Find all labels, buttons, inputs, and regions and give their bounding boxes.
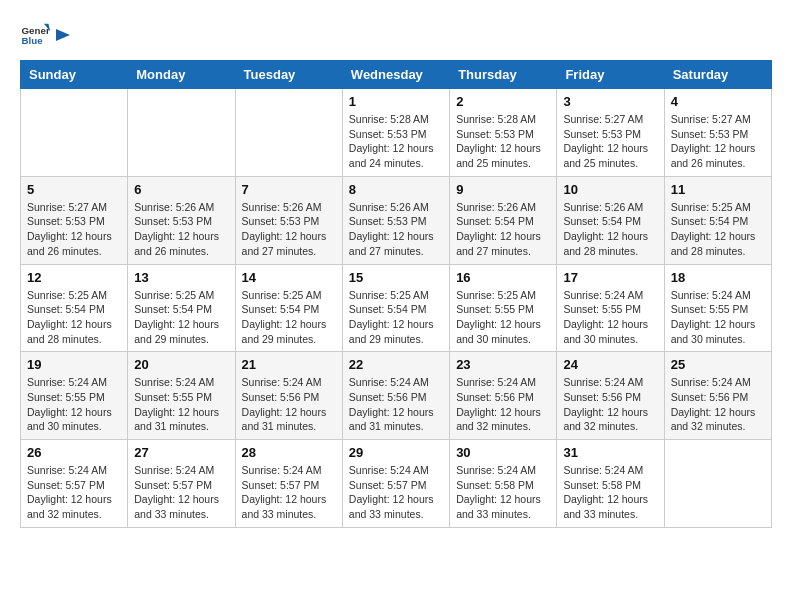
calendar-cell: 2Sunrise: 5:28 AMSunset: 5:53 PMDaylight… [450, 89, 557, 177]
calendar-cell: 7Sunrise: 5:26 AMSunset: 5:53 PMDaylight… [235, 176, 342, 264]
weekday-header: Wednesday [342, 61, 449, 89]
calendar-cell: 1Sunrise: 5:28 AMSunset: 5:53 PMDaylight… [342, 89, 449, 177]
calendar-cell: 10Sunrise: 5:26 AMSunset: 5:54 PMDayligh… [557, 176, 664, 264]
day-number: 5 [27, 182, 121, 197]
day-number: 25 [671, 357, 765, 372]
day-info: Sunrise: 5:27 AMSunset: 5:53 PMDaylight:… [27, 200, 121, 259]
calendar-cell: 4Sunrise: 5:27 AMSunset: 5:53 PMDaylight… [664, 89, 771, 177]
day-number: 14 [242, 270, 336, 285]
day-info: Sunrise: 5:25 AMSunset: 5:55 PMDaylight:… [456, 288, 550, 347]
day-number: 21 [242, 357, 336, 372]
day-number: 9 [456, 182, 550, 197]
calendar-cell: 8Sunrise: 5:26 AMSunset: 5:53 PMDaylight… [342, 176, 449, 264]
calendar-cell: 12Sunrise: 5:25 AMSunset: 5:54 PMDayligh… [21, 264, 128, 352]
day-info: Sunrise: 5:24 AMSunset: 5:58 PMDaylight:… [563, 463, 657, 522]
day-number: 26 [27, 445, 121, 460]
calendar-header-row: SundayMondayTuesdayWednesdayThursdayFrid… [21, 61, 772, 89]
day-number: 20 [134, 357, 228, 372]
day-info: Sunrise: 5:24 AMSunset: 5:57 PMDaylight:… [349, 463, 443, 522]
svg-marker-3 [56, 29, 70, 41]
day-number: 27 [134, 445, 228, 460]
calendar-cell: 18Sunrise: 5:24 AMSunset: 5:55 PMDayligh… [664, 264, 771, 352]
day-number: 22 [349, 357, 443, 372]
logo: General Blue [20, 20, 72, 50]
day-number: 31 [563, 445, 657, 460]
day-number: 11 [671, 182, 765, 197]
day-info: Sunrise: 5:25 AMSunset: 5:54 PMDaylight:… [671, 200, 765, 259]
day-info: Sunrise: 5:26 AMSunset: 5:54 PMDaylight:… [563, 200, 657, 259]
svg-text:Blue: Blue [22, 35, 44, 46]
day-info: Sunrise: 5:24 AMSunset: 5:55 PMDaylight:… [671, 288, 765, 347]
calendar-cell: 28Sunrise: 5:24 AMSunset: 5:57 PMDayligh… [235, 440, 342, 528]
day-info: Sunrise: 5:26 AMSunset: 5:53 PMDaylight:… [242, 200, 336, 259]
day-info: Sunrise: 5:24 AMSunset: 5:57 PMDaylight:… [27, 463, 121, 522]
calendar-cell [128, 89, 235, 177]
day-info: Sunrise: 5:25 AMSunset: 5:54 PMDaylight:… [242, 288, 336, 347]
calendar-cell: 16Sunrise: 5:25 AMSunset: 5:55 PMDayligh… [450, 264, 557, 352]
weekday-header: Monday [128, 61, 235, 89]
day-info: Sunrise: 5:25 AMSunset: 5:54 PMDaylight:… [349, 288, 443, 347]
day-number: 15 [349, 270, 443, 285]
day-info: Sunrise: 5:24 AMSunset: 5:58 PMDaylight:… [456, 463, 550, 522]
svg-text:General: General [22, 25, 51, 36]
page-header: General Blue [20, 20, 772, 50]
day-info: Sunrise: 5:24 AMSunset: 5:57 PMDaylight:… [242, 463, 336, 522]
calendar-cell: 27Sunrise: 5:24 AMSunset: 5:57 PMDayligh… [128, 440, 235, 528]
day-number: 30 [456, 445, 550, 460]
weekday-header: Saturday [664, 61, 771, 89]
day-info: Sunrise: 5:24 AMSunset: 5:56 PMDaylight:… [671, 375, 765, 434]
day-info: Sunrise: 5:24 AMSunset: 5:56 PMDaylight:… [349, 375, 443, 434]
calendar-cell: 20Sunrise: 5:24 AMSunset: 5:55 PMDayligh… [128, 352, 235, 440]
calendar-cell: 31Sunrise: 5:24 AMSunset: 5:58 PMDayligh… [557, 440, 664, 528]
day-number: 19 [27, 357, 121, 372]
calendar-cell: 5Sunrise: 5:27 AMSunset: 5:53 PMDaylight… [21, 176, 128, 264]
day-info: Sunrise: 5:24 AMSunset: 5:55 PMDaylight:… [563, 288, 657, 347]
calendar-cell: 23Sunrise: 5:24 AMSunset: 5:56 PMDayligh… [450, 352, 557, 440]
day-info: Sunrise: 5:26 AMSunset: 5:54 PMDaylight:… [456, 200, 550, 259]
calendar-cell: 11Sunrise: 5:25 AMSunset: 5:54 PMDayligh… [664, 176, 771, 264]
calendar-cell: 9Sunrise: 5:26 AMSunset: 5:54 PMDaylight… [450, 176, 557, 264]
day-info: Sunrise: 5:24 AMSunset: 5:55 PMDaylight:… [134, 375, 228, 434]
calendar-cell: 22Sunrise: 5:24 AMSunset: 5:56 PMDayligh… [342, 352, 449, 440]
calendar-cell: 30Sunrise: 5:24 AMSunset: 5:58 PMDayligh… [450, 440, 557, 528]
calendar-cell: 15Sunrise: 5:25 AMSunset: 5:54 PMDayligh… [342, 264, 449, 352]
calendar-cell: 29Sunrise: 5:24 AMSunset: 5:57 PMDayligh… [342, 440, 449, 528]
day-info: Sunrise: 5:26 AMSunset: 5:53 PMDaylight:… [134, 200, 228, 259]
day-info: Sunrise: 5:28 AMSunset: 5:53 PMDaylight:… [456, 112, 550, 171]
day-number: 10 [563, 182, 657, 197]
day-number: 7 [242, 182, 336, 197]
calendar-week-row: 1Sunrise: 5:28 AMSunset: 5:53 PMDaylight… [21, 89, 772, 177]
day-number: 3 [563, 94, 657, 109]
calendar-cell: 21Sunrise: 5:24 AMSunset: 5:56 PMDayligh… [235, 352, 342, 440]
day-info: Sunrise: 5:24 AMSunset: 5:57 PMDaylight:… [134, 463, 228, 522]
day-number: 13 [134, 270, 228, 285]
day-info: Sunrise: 5:27 AMSunset: 5:53 PMDaylight:… [563, 112, 657, 171]
day-info: Sunrise: 5:25 AMSunset: 5:54 PMDaylight:… [134, 288, 228, 347]
day-info: Sunrise: 5:25 AMSunset: 5:54 PMDaylight:… [27, 288, 121, 347]
calendar-cell: 3Sunrise: 5:27 AMSunset: 5:53 PMDaylight… [557, 89, 664, 177]
calendar-week-row: 5Sunrise: 5:27 AMSunset: 5:53 PMDaylight… [21, 176, 772, 264]
calendar-cell: 26Sunrise: 5:24 AMSunset: 5:57 PMDayligh… [21, 440, 128, 528]
day-number: 18 [671, 270, 765, 285]
day-number: 12 [27, 270, 121, 285]
calendar-week-row: 12Sunrise: 5:25 AMSunset: 5:54 PMDayligh… [21, 264, 772, 352]
day-info: Sunrise: 5:24 AMSunset: 5:56 PMDaylight:… [563, 375, 657, 434]
calendar-week-row: 26Sunrise: 5:24 AMSunset: 5:57 PMDayligh… [21, 440, 772, 528]
calendar-cell: 13Sunrise: 5:25 AMSunset: 5:54 PMDayligh… [128, 264, 235, 352]
day-number: 28 [242, 445, 336, 460]
calendar-cell: 6Sunrise: 5:26 AMSunset: 5:53 PMDaylight… [128, 176, 235, 264]
day-number: 8 [349, 182, 443, 197]
calendar-table: SundayMondayTuesdayWednesdayThursdayFrid… [20, 60, 772, 528]
calendar-cell: 19Sunrise: 5:24 AMSunset: 5:55 PMDayligh… [21, 352, 128, 440]
calendar-cell [664, 440, 771, 528]
logo-arrow-icon [54, 26, 72, 44]
day-number: 16 [456, 270, 550, 285]
day-number: 2 [456, 94, 550, 109]
day-number: 4 [671, 94, 765, 109]
day-info: Sunrise: 5:24 AMSunset: 5:56 PMDaylight:… [242, 375, 336, 434]
day-number: 6 [134, 182, 228, 197]
calendar-week-row: 19Sunrise: 5:24 AMSunset: 5:55 PMDayligh… [21, 352, 772, 440]
weekday-header: Friday [557, 61, 664, 89]
day-info: Sunrise: 5:26 AMSunset: 5:53 PMDaylight:… [349, 200, 443, 259]
calendar-cell: 17Sunrise: 5:24 AMSunset: 5:55 PMDayligh… [557, 264, 664, 352]
